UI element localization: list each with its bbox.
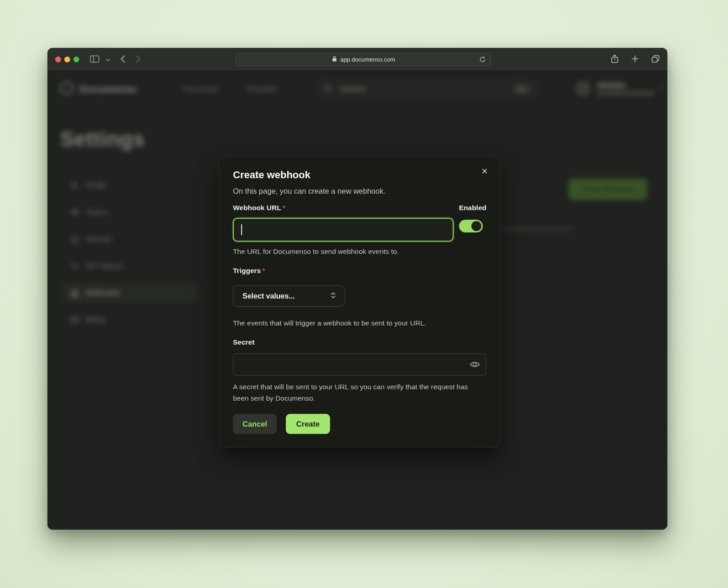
close-icon: ✕ bbox=[481, 167, 488, 176]
cancel-button[interactable]: Cancel bbox=[233, 414, 277, 434]
close-dialog-button[interactable]: ✕ bbox=[479, 166, 490, 177]
enabled-label: Enabled bbox=[459, 203, 486, 212]
required-asterisk: * bbox=[283, 204, 285, 211]
share-icon bbox=[611, 54, 619, 65]
reveal-secret-button[interactable] bbox=[469, 359, 480, 370]
zoom-window-button[interactable] bbox=[73, 57, 79, 62]
secret-helper: A secret that will be sent to your URL s… bbox=[233, 381, 472, 404]
padlock-icon bbox=[331, 56, 337, 64]
chevron-down-icon bbox=[106, 56, 110, 63]
dialog-title: Create webhook bbox=[233, 169, 486, 181]
eye-icon bbox=[470, 364, 480, 371]
tab-overview-icon bbox=[651, 55, 660, 64]
reload-icon bbox=[479, 56, 486, 64]
create-webhook-dialog: ✕ Create webhook On this page, you can c… bbox=[219, 156, 501, 448]
webhook-url-section: Webhook URL* Enabled bbox=[233, 203, 486, 242]
plus-icon bbox=[631, 55, 639, 64]
webhook-url-helper: The URL for Documenso to send webhook ev… bbox=[233, 247, 486, 256]
triggers-select[interactable]: Select values... bbox=[233, 285, 345, 307]
text-cursor bbox=[241, 224, 242, 235]
sidebar-toggle-icon bbox=[90, 55, 99, 64]
browser-window: app.documenso.com bbox=[47, 48, 667, 530]
webhook-url-input[interactable] bbox=[233, 218, 454, 242]
secret-input[interactable] bbox=[233, 353, 486, 376]
secret-label: Secret bbox=[233, 338, 486, 347]
triggers-helper: The events that will trigger a webhook t… bbox=[233, 319, 486, 328]
triggers-label: Triggers* bbox=[233, 266, 486, 275]
webhook-url-label: Webhook URL* bbox=[233, 203, 454, 212]
address-bar[interactable]: app.documenso.com bbox=[236, 53, 491, 66]
forward-arrow-icon bbox=[136, 55, 141, 64]
minimize-window-button[interactable] bbox=[64, 57, 70, 62]
reload-button[interactable] bbox=[477, 55, 488, 66]
close-window-button[interactable] bbox=[55, 57, 61, 62]
create-button[interactable]: Create bbox=[286, 414, 330, 434]
address-text: app.documenso.com bbox=[340, 56, 395, 63]
toggle-knob bbox=[471, 221, 481, 231]
select-expand-icon bbox=[329, 291, 338, 302]
triggers-select-placeholder: Select values... bbox=[243, 292, 295, 300]
enabled-toggle[interactable] bbox=[459, 220, 483, 232]
dialog-description: On this page, you can create a new webho… bbox=[233, 186, 486, 196]
required-asterisk: * bbox=[262, 267, 265, 274]
back-arrow-icon bbox=[120, 55, 125, 64]
dialog-actions: Cancel Create bbox=[233, 414, 486, 434]
app-viewport: Documenso Documents Templates Settings bbox=[47, 71, 667, 530]
